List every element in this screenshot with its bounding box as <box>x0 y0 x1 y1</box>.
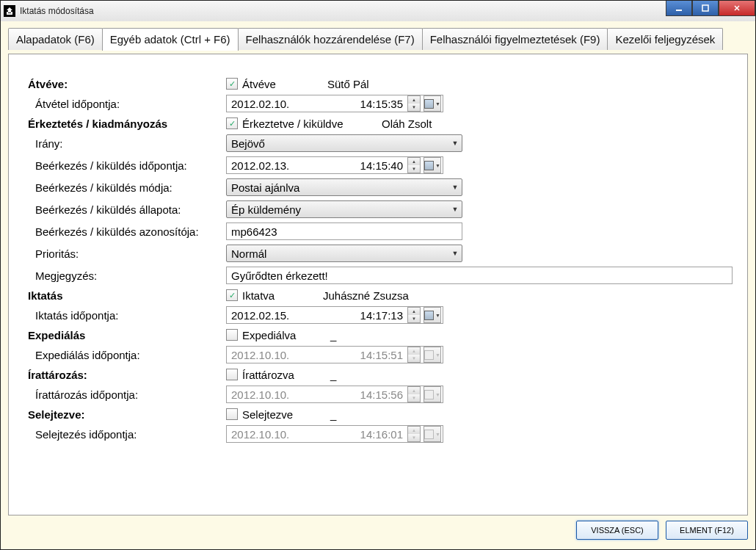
person-selejtezve: _ <box>330 408 336 421</box>
calendar-icon <box>424 161 434 170</box>
label-erkeztetes: Érkeztetés / kiadmányozás <box>28 117 226 130</box>
datetime-selejt-date: 2012.10.10. <box>231 428 319 441</box>
save-button[interactable]: ELMENT (F12) <box>666 521 748 540</box>
label-selejtezes-ido: Selejtezés időpontja: <box>28 428 226 441</box>
label-irattarozas-ido: Írattározás időpontja: <box>28 388 226 401</box>
tab-alapadatok[interactable]: Alapadatok (F6) <box>8 28 103 50</box>
chevron-down-icon: ▼ <box>435 101 440 106</box>
spinner-icon: ▲▼ <box>407 347 421 363</box>
datetime-beerk-date: 2012.02.13. <box>231 159 319 172</box>
combo-prioritas-value: Normál <box>231 247 448 260</box>
calendar-button: ▼ <box>424 347 441 363</box>
checkbox-iktatva[interactable] <box>226 289 238 301</box>
tab-egyeb-adatok[interactable]: Egyéb adatok (Ctrl + F6) <box>102 28 239 51</box>
datetime-beerk[interactable]: 2012.02.13. 14:15:40 ▲▼ ▼ <box>226 156 443 174</box>
calendar-button: ▼ <box>424 386 441 402</box>
datetime-atvetel[interactable]: 2012.02.10. 14:15:35 ▲▼ ▼ <box>226 95 443 112</box>
datetime-iratt-date: 2012.10.10. <box>231 388 319 401</box>
spinner-icon: ▲▼ <box>407 426 421 442</box>
label-irany: Irány: <box>28 137 226 150</box>
checkbox-expedialva-label: Expediálva <box>242 329 308 341</box>
datetime-selejt-time: 14:16:01 <box>319 428 406 441</box>
checkbox-atveve[interactable] <box>226 78 238 90</box>
person-expedialva: _ <box>330 329 336 341</box>
client-area: Alapadatok (F6) Egyéb adatok (Ctrl + F6)… <box>1 21 755 549</box>
titlebar: Iktatás módosítása <box>1 1 755 22</box>
chevron-down-icon: ▼ <box>435 352 440 358</box>
combo-irany[interactable]: Bejövő▼ <box>226 134 462 152</box>
spinner-icon[interactable]: ▲▼ <box>407 95 421 112</box>
close-button[interactable] <box>719 1 755 16</box>
back-button[interactable]: VISSZA (ESC) <box>576 521 658 540</box>
combo-beerk-allapot[interactable]: Ép küldemény▼ <box>226 200 462 218</box>
label-irattarozas: Írattározás: <box>28 369 226 381</box>
datetime-exped: 2012.10.10. 14:15:51 ▲▼ ▼ <box>226 346 443 363</box>
label-prioritas: Prioritás: <box>28 247 226 260</box>
calendar-icon <box>424 99 434 109</box>
spinner-icon[interactable]: ▲▼ <box>407 307 421 323</box>
label-expedialas-ido: Expediálás időpontja: <box>28 349 226 361</box>
footer: VISSZA (ESC) ELMENT (F12) <box>8 518 748 542</box>
spinner-icon[interactable]: ▲▼ <box>407 157 421 173</box>
person-irattarozva: _ <box>330 369 336 381</box>
label-atveve: Átvéve: <box>28 78 226 90</box>
spinner-icon: ▲▼ <box>407 386 421 402</box>
label-beerk-azon: Beérkezés / kiküldés azonosítója: <box>28 225 226 238</box>
calendar-icon <box>424 350 434 360</box>
tab-kezeloi[interactable]: Kezelői feljegyzések <box>607 28 723 50</box>
minimize-button[interactable] <box>666 1 692 16</box>
datetime-beerk-time: 14:15:40 <box>319 159 406 172</box>
checkbox-selejtezve-label: Selejtezve <box>242 408 308 421</box>
calendar-button[interactable]: ▼ <box>424 95 441 112</box>
checkbox-irattarozva-label: Írattározva <box>242 369 308 381</box>
chevron-down-icon: ▼ <box>448 135 462 151</box>
datetime-selejt: 2012.10.10. 14:16:01 ▲▼ ▼ <box>226 425 443 443</box>
tab-felhasznalok[interactable]: Felhasználók hozzárendelése (F7) <box>238 28 423 50</box>
label-megj: Megjegyzés: <box>28 269 226 282</box>
datetime-iratt: 2012.10.10. 14:15:56 ▲▼ ▼ <box>226 386 443 403</box>
chevron-down-icon: ▼ <box>448 245 462 261</box>
calendar-button[interactable]: ▼ <box>424 157 441 173</box>
calendar-icon <box>424 390 434 399</box>
svg-rect-0 <box>676 10 682 11</box>
window-buttons <box>666 1 755 16</box>
person-atveve: Sütő Pál <box>327 78 369 90</box>
datetime-iktatas[interactable]: 2012.02.15. 14:17:13 ▲▼ ▼ <box>226 306 443 324</box>
label-selejtezve: Selejtezve: <box>28 408 226 421</box>
calendar-icon <box>424 430 434 439</box>
datetime-iktatas-time: 14:17:13 <box>319 309 406 322</box>
tab-strip: Alapadatok (F6) Egyéb adatok (Ctrl + F6)… <box>4 24 752 50</box>
input-beerk-azon[interactable]: mp66423 <box>226 222 462 240</box>
label-atvetel-ido: Átvétel időpontja: <box>28 98 226 110</box>
datetime-iktatas-date: 2012.02.15. <box>231 309 319 322</box>
chevron-down-icon: ▼ <box>448 201 462 217</box>
input-megj-value: Gyűrődten érkezett! <box>231 269 328 282</box>
window-title: Iktatás módosítása <box>20 6 94 16</box>
combo-beerk-mod[interactable]: Postai ajánlva▼ <box>226 178 462 196</box>
combo-irany-value: Bejövő <box>231 137 448 150</box>
input-megj[interactable]: Gyűrődten érkezett! <box>226 267 733 284</box>
tab-panel-egyeb: Átvéve: Átvéve Sütő Pál Átvétel időpontj… <box>8 54 748 515</box>
calendar-icon <box>424 311 434 320</box>
maximize-button[interactable] <box>692 1 719 16</box>
chevron-down-icon: ▼ <box>448 179 462 195</box>
checkbox-expedialva[interactable] <box>226 329 238 341</box>
datetime-exped-date: 2012.10.10. <box>231 349 319 361</box>
tab-figyelmeztetesek[interactable]: Felhasználói figyelmeztetések (F9) <box>422 28 608 50</box>
combo-beerk-allapot-value: Ép küldemény <box>231 203 448 216</box>
datetime-atvetel-time: 14:15:35 <box>319 98 406 110</box>
checkbox-erkeztetve[interactable] <box>226 117 238 129</box>
window: Iktatás módosítása Alapadatok (F6) Egyéb… <box>0 0 756 550</box>
label-beerk-mod: Beérkezés / kiküldés módja: <box>28 181 226 194</box>
checkbox-selejtezve[interactable] <box>226 408 238 420</box>
calendar-button[interactable]: ▼ <box>424 307 441 323</box>
datetime-exped-time: 14:15:51 <box>319 349 406 361</box>
label-beerk-ido: Beérkezés / kiküldés időpontja: <box>28 159 226 172</box>
person-erkeztetve: Oláh Zsolt <box>382 117 432 130</box>
combo-prioritas[interactable]: Normál▼ <box>226 245 462 262</box>
app-icon <box>4 5 15 17</box>
chevron-down-icon: ▼ <box>435 313 440 318</box>
datetime-iratt-time: 14:15:56 <box>319 388 406 401</box>
datetime-atvetel-date: 2012.02.10. <box>231 98 319 110</box>
checkbox-irattarozva[interactable] <box>226 369 238 380</box>
